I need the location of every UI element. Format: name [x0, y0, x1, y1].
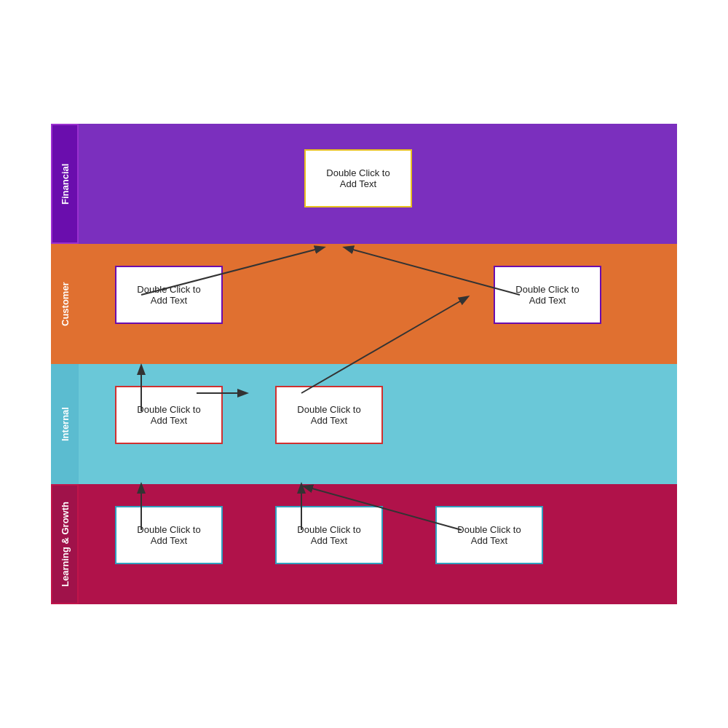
lane-learning: Double Click toAdd Text Double Click toA…: [79, 484, 677, 604]
box-customer-1[interactable]: Double Click toAdd Text: [115, 266, 223, 324]
lane-financial: Double Click toAdd Text: [79, 124, 677, 244]
label-customer: Customer: [51, 244, 79, 364]
label-financial: Financial: [51, 124, 79, 244]
label-learning: Learning & Growth: [51, 484, 79, 604]
box-internal-2[interactable]: Double Click toAdd Text: [275, 386, 383, 444]
box-learning-2[interactable]: Double Click toAdd Text: [275, 506, 383, 564]
box-learning-3[interactable]: Double Click toAdd Text: [435, 506, 543, 564]
label-internal: Internal: [51, 364, 79, 484]
box-customer-2[interactable]: Double Click toAdd Text: [494, 266, 601, 324]
diagram-wrapper: Financial Customer Internal Learning & G…: [51, 124, 677, 604]
lane-internal: Double Click toAdd Text Double Click toA…: [79, 364, 677, 484]
lane-labels: Financial Customer Internal Learning & G…: [51, 124, 79, 604]
box-financial-1[interactable]: Double Click toAdd Text: [304, 149, 412, 207]
box-learning-1[interactable]: Double Click toAdd Text: [115, 506, 223, 564]
box-internal-1[interactable]: Double Click toAdd Text: [115, 386, 223, 444]
lane-customer: Double Click toAdd Text Double Click toA…: [79, 244, 677, 364]
lane-content-area: Double Click toAdd Text Double Click toA…: [79, 124, 677, 604]
